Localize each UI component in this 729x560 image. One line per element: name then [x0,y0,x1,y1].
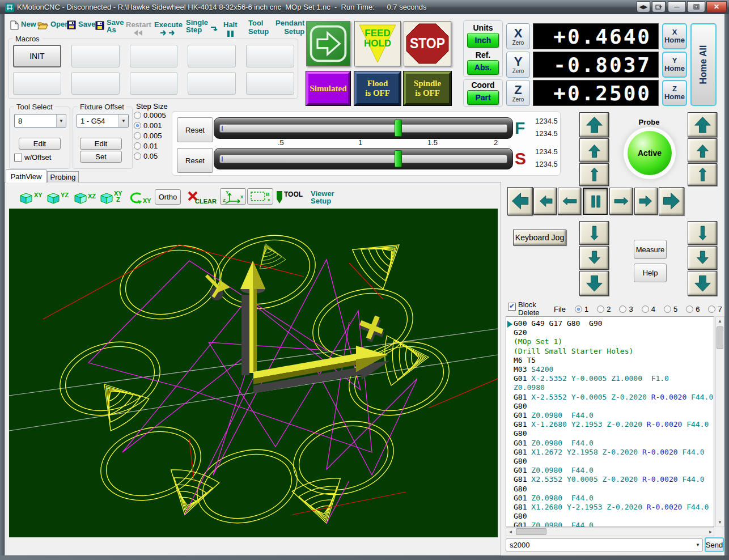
tool-select-combo[interactable]: 8 ▼ [14,114,66,128]
x-home-button[interactable]: X Home [662,23,687,49]
jog-y-plus-med[interactable] [579,138,609,162]
block-delete-checkbox[interactable] [508,303,516,311]
radio-icon[interactable] [134,122,141,129]
feed-reset-button[interactable]: Reset [177,117,213,142]
jog-z-plus-med[interactable] [688,138,717,162]
file-option-4[interactable]: 4 [642,305,655,313]
file-option-2[interactable]: 2 [597,305,611,313]
radio-icon[interactable] [134,152,141,160]
gcode-hscrollbar[interactable]: ◄ ► [506,527,714,536]
jog-z-minus-fast[interactable] [688,271,717,296]
scroll-down-icon[interactable]: ▼ [716,518,724,527]
radio-icon[interactable] [686,306,693,313]
save-as-button[interactable]: Save As [95,19,124,33]
jog-z-plus-slow[interactable] [688,163,717,186]
jog-x-plus-slow[interactable] [609,188,633,215]
viewer-setup-button[interactable]: Viewer Setup [311,190,334,205]
jog-z-minus-slow[interactable] [688,221,717,245]
flood-button[interactable]: Flood is OFF [354,71,401,105]
file-option-7[interactable]: 7 [708,305,722,313]
toolpath-viewport[interactable] [9,209,498,537]
execute-button[interactable]: Execute [154,20,183,36]
fixture-edit-button[interactable]: Edit [80,138,122,150]
single-step-button[interactable]: Single Step [186,19,218,33]
radio-icon[interactable] [134,132,141,139]
radio-icon[interactable] [134,142,141,150]
scroll-left-icon[interactable]: ◄ [506,528,515,536]
y-zero-button[interactable]: YZero [506,52,530,78]
z-home-button[interactable]: Z Home [662,80,687,106]
macro-button-empty[interactable] [130,45,178,67]
aux-window-button-1[interactable]: ◀▶ [637,1,650,12]
hscroll-thumb[interactable] [516,528,546,535]
macro-button-empty[interactable] [246,45,294,67]
help-button[interactable]: Help [634,264,667,282]
radio-icon[interactable] [708,306,715,313]
measure-button[interactable]: Measure [634,240,667,259]
maximize-button[interactable] [687,1,705,12]
macro-button-empty[interactable] [71,72,120,95]
pendant-setup-button[interactable]: Pendant Setup [276,19,304,36]
halt-button[interactable]: Halt [223,20,238,39]
probe-indicator[interactable]: Active [628,131,672,175]
tab-pathview[interactable]: PathView [6,169,46,183]
minimize-button[interactable]: — [668,1,686,12]
macro-button-empty[interactable] [71,45,120,67]
spindle-slider-thumb[interactable] [395,150,402,167]
rotate-view-icon[interactable] [129,192,143,205]
jog-y-plus-fast[interactable] [579,112,609,137]
save-button[interactable]: Save [67,20,95,29]
w-offset-checkbox[interactable] [14,154,22,162]
jog-y-minus-fast[interactable] [579,271,609,296]
vscroll-thumb[interactable] [717,326,723,349]
ref-button[interactable]: Abs. [467,60,499,75]
step-size-option-0.001[interactable]: 0.001 [134,121,166,130]
view-xyz-icon[interactable] [99,192,114,205]
file-option-3[interactable]: 3 [619,305,633,313]
show-axes-button[interactable]: Y X Z [220,188,246,205]
feed-hold-button[interactable]: FEED HOLD [354,21,401,66]
step-size-option-0.005[interactable]: 0.005 [134,131,166,140]
fixture-set-button[interactable]: Set [80,151,122,163]
send-button[interactable]: Send [705,537,724,552]
x-zero-button[interactable]: XZero [506,23,530,49]
file-option-5[interactable]: 5 [664,305,677,313]
y-home-button[interactable]: Y Home [662,52,687,78]
tool-setup-button[interactable]: Tool Setup [248,19,269,36]
jog-x-plus-fast[interactable] [659,187,684,215]
stop-button[interactable]: STOP [404,21,451,66]
scroll-up-icon[interactable]: ▲ [716,317,724,325]
cycle-start-button[interactable] [306,21,350,66]
jog-y-minus-med[interactable] [579,246,609,270]
tab-probing[interactable]: Probing [47,171,79,183]
units-button[interactable]: Inch [467,33,499,48]
aux-window-button-2[interactable] [652,1,666,12]
view-xz-icon[interactable] [73,192,88,205]
radio-icon[interactable] [664,306,671,313]
home-all-button[interactable]: Home All [690,23,717,106]
file-option-1[interactable]: 1 [575,305,588,313]
keyboard-jog-button[interactable]: Keyboard Jog [513,230,566,245]
jog-y-plus-slow[interactable] [579,163,609,186]
open-button[interactable]: Open [37,20,69,29]
step-size-option-0.01[interactable]: 0.01 [134,142,166,150]
jog-x-plus-med[interactable] [634,188,658,215]
jog-y-minus-slow[interactable] [579,221,609,245]
view-xy-icon[interactable] [19,192,33,205]
scroll-right-icon[interactable]: ► [706,528,715,536]
view-yz-icon[interactable] [46,192,61,205]
jog-pause[interactable] [583,188,608,215]
gcode-view[interactable]: G00 G49 G17 G80 G90G20(MOp Set 1)(Drill … [506,316,714,527]
jog-z-plus-fast[interactable] [688,112,717,137]
step-size-option-0.05[interactable]: 0.05 [134,152,166,160]
jog-x-minus-med[interactable] [533,188,557,215]
file-option-6[interactable]: 6 [686,305,700,313]
close-button[interactable]: ✕ [706,1,727,12]
radio-icon[interactable] [134,112,141,119]
fixture-offset-combo[interactable]: 1 - G54 ▼ [77,114,129,128]
show-bounds-button[interactable]: B x [247,188,273,205]
block-delete-row[interactable]: Block Delete [508,301,540,317]
macro-button-empty[interactable] [246,72,294,95]
gcode-vscrollbar[interactable]: ▲ ▼ [715,316,724,527]
spindle-override-slider[interactable] [214,148,513,169]
